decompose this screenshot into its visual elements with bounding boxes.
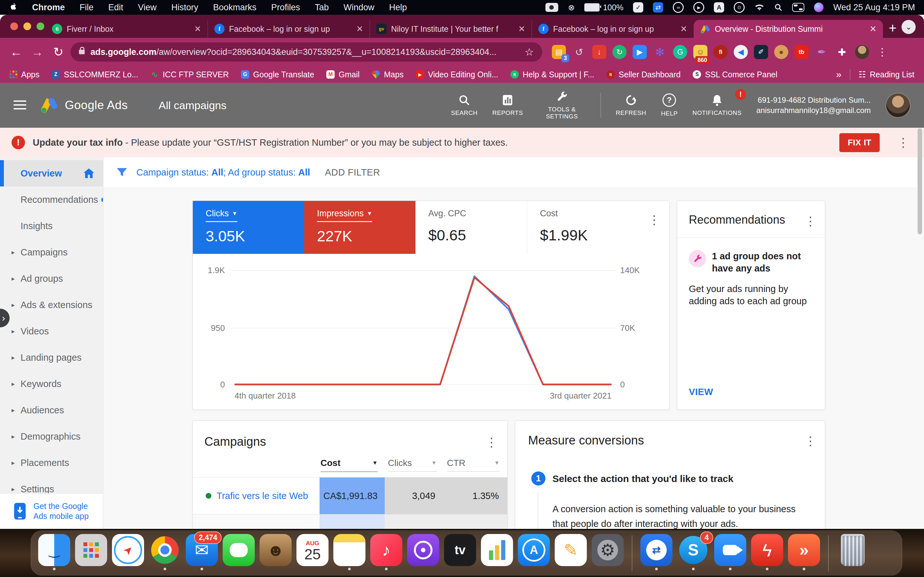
sidebar-item-insights[interactable]: Insights (0, 213, 103, 239)
sidebar-item-placements[interactable]: ▸Placements (0, 450, 103, 476)
banner-menu-icon[interactable]: ⋮ (897, 136, 909, 148)
bookmark-help-support[interactable]: fiHelp & Support | F... (510, 70, 594, 79)
dock-chrome[interactable] (149, 534, 181, 570)
dock-messages[interactable] (223, 534, 255, 570)
menu-profiles[interactable]: Profiles (271, 3, 300, 13)
siri-icon[interactable] (814, 3, 824, 12)
menu-tab[interactable]: Tab (315, 3, 329, 13)
menu-chrome[interactable]: Chrome (32, 3, 65, 13)
menu-view[interactable]: View (138, 3, 156, 13)
tab-close-icon[interactable]: ✕ (869, 24, 877, 34)
color-picker-extension-icon[interactable]: ✐ (754, 45, 768, 59)
history-extension-icon[interactable]: ↺ (572, 45, 586, 59)
menu-history[interactable]: History (171, 3, 198, 13)
fix-it-button[interactable]: FIX IT (839, 133, 880, 152)
dock-finder[interactable]: ‿ (38, 534, 70, 570)
dock-red-chevrons-app[interactable]: » (788, 534, 820, 570)
menu-bookmarks[interactable]: Bookmarks (213, 3, 256, 13)
apple-logo-icon[interactable] (9, 2, 17, 13)
bookmark-maps[interactable]: Maps (372, 70, 404, 79)
scorecard-clicks[interactable]: Clicks▼ 3.05K (193, 201, 304, 254)
tab-close-icon[interactable]: ✕ (356, 24, 363, 34)
dock-safari[interactable]: ➤ (112, 534, 144, 570)
performance-line-chart[interactable] (235, 265, 612, 390)
dock-skype[interactable]: S4 (677, 534, 709, 570)
feather-extension-icon[interactable]: ✒ (815, 45, 829, 59)
menu-clock[interactable]: Wed 25 Aug 4:19 PM (833, 3, 915, 13)
view-link[interactable]: VIEW (689, 387, 713, 397)
bookmark-video-editing[interactable]: ▶Video Editing Onli... (416, 70, 498, 79)
add-filter-button[interactable]: ADD FILTER (325, 167, 380, 178)
back-button[interactable]: ← (7, 45, 25, 59)
grammarly-extension-icon[interactable]: G (673, 45, 687, 59)
campaign-link[interactable]: Trafic vers le site Web (217, 491, 308, 501)
new-tab-button[interactable]: + (889, 21, 897, 36)
header-refresh-button[interactable]: REFRESH (616, 94, 646, 116)
sidebar-item-overview[interactable]: Overview (0, 160, 103, 187)
menu-file[interactable]: File (80, 3, 94, 13)
minimize-window-button[interactable] (23, 23, 31, 30)
scorecard-avg-cpc[interactable]: Avg. CPC $0.65 (415, 201, 527, 254)
campaign-status-filter[interactable]: Campaign status: All; Ad group status: A… (136, 167, 310, 178)
column-header-cost[interactable]: Cost▼ (320, 458, 378, 472)
accessibility-icon[interactable]: ⊙ (734, 2, 745, 13)
column-header-ctr[interactable]: CTR▼ (447, 458, 499, 472)
reload-button[interactable]: ↻ (50, 45, 68, 59)
scorecard-impressions[interactable]: Impressions▼ 227K (304, 201, 415, 254)
tab-niloy-it[interactable]: gv Niloy IT Institute | Your better f ✕ (370, 20, 531, 38)
lock-icon[interactable] (79, 50, 85, 54)
bookmark-sslcommerz[interactable]: ZSSLCOMMERZ Lo... (52, 70, 138, 79)
download-extension-icon[interactable]: ↓ (592, 45, 606, 59)
tab-facebook-1[interactable]: f Facebook – log in or sign up ✕ (208, 20, 370, 38)
dock-zoom[interactable] (714, 534, 746, 570)
account-info[interactable]: 691-919-4682 Distribution Sum... anisurr… (756, 95, 871, 116)
bookmark-gmail[interactable]: MGmail (326, 70, 359, 79)
tab-close-icon[interactable]: ✕ (518, 24, 525, 34)
campaigns-menu-icon[interactable]: ⋮ (485, 436, 497, 448)
measure-menu-icon[interactable]: ⋮ (804, 435, 816, 447)
dock-red-lightning-app[interactable]: ϟ (751, 534, 783, 570)
table-row[interactable]: Trafic vers le site Web CA$1,991.83 3,04… (193, 477, 507, 514)
profile-avatar-small[interactable] (855, 45, 869, 59)
reading-list-button[interactable]: ☷Reading List (858, 69, 914, 80)
tab-fiverr-inbox[interactable]: fi Fiverr / Inbox ✕ (45, 20, 208, 38)
sidebar-item-keywords[interactable]: ▸Keywords (0, 371, 103, 397)
video-camera-extension-icon[interactable]: ▶ (633, 45, 647, 59)
things-checkmark-icon[interactable]: ✓ (633, 2, 643, 13)
snowflake-extension-icon[interactable]: ✻ (653, 45, 667, 59)
page-scrollbar[interactable] (918, 128, 922, 234)
avatar-860-extension-icon[interactable]: ☺860 (693, 45, 707, 59)
sidebar-item-landing-pages[interactable]: ▸Landing pages (0, 344, 103, 371)
header-notifications-button[interactable]: ! NOTIFICATIONS (692, 94, 741, 116)
sidebar-item-audiences[interactable]: ▸Audiences (0, 397, 103, 423)
account-avatar[interactable] (885, 93, 911, 118)
extensions-puzzle-icon[interactable]: ✚ (835, 45, 849, 59)
tab-close-icon[interactable]: ✕ (680, 24, 687, 34)
dock-app-store[interactable]: A (518, 534, 550, 570)
close-window-button[interactable] (10, 23, 18, 30)
bookmark-google-translate[interactable]: GGoogle Translate (241, 70, 314, 79)
menu-edit[interactable]: Edit (108, 3, 124, 13)
chrome-menu-icon[interactable]: ⋮ (875, 45, 889, 59)
address-bar[interactable]: ads.google.com/aw/overview?ocid=28963404… (71, 42, 542, 61)
sidebar-item-recommendations[interactable]: Recommendations (0, 187, 103, 213)
main-menu-hamburger[interactable] (13, 100, 26, 110)
table-row[interactable]: vidéo youtube CA$0.00 0 0.00% (193, 514, 507, 529)
dock-trash[interactable] (837, 534, 869, 570)
bookmark-apps[interactable]: Apps (10, 70, 39, 79)
fiverr-extension-icon[interactable]: fi (713, 45, 728, 59)
tab-facebook-2[interactable]: f Facebook – log in or sign up ✕ (531, 20, 694, 38)
recommendations-menu-icon[interactable]: ⋮ (804, 215, 816, 227)
zoom-window-button[interactable] (37, 23, 44, 30)
forward-button[interactable]: → (28, 45, 46, 59)
tubebuddy-extension-icon[interactable]: tb (794, 45, 808, 59)
header-reports-button[interactable]: REPORTS (493, 94, 523, 116)
tab-google-ads-overview[interactable]: Overview - Distribution Summi ✕ (694, 20, 883, 38)
dock-notes[interactable] (333, 534, 365, 570)
overview-card-menu-icon[interactable]: ⋮ (648, 214, 660, 226)
wifi-icon[interactable] (754, 2, 765, 13)
menu-window[interactable]: Window (344, 3, 374, 13)
spotlight-icon[interactable] (774, 2, 782, 13)
creative-cloud-icon[interactable]: ∞ (673, 2, 684, 13)
dock-numbers[interactable] (481, 534, 513, 570)
